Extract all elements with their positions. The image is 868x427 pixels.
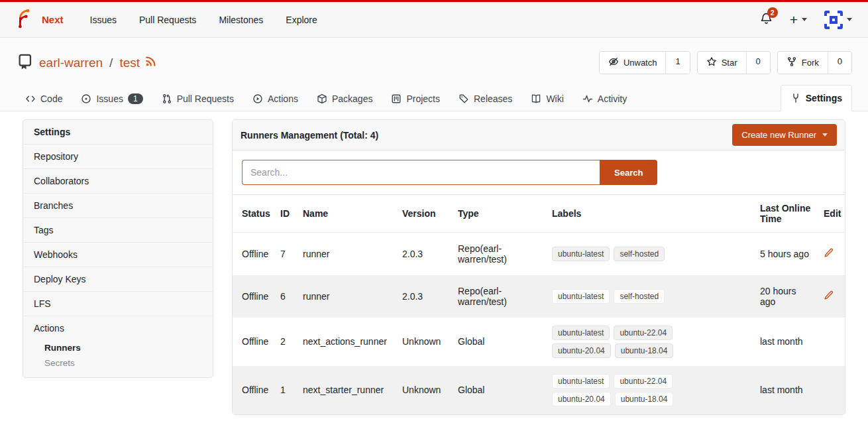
repo-owner-link[interactable]: earl-warren xyxy=(39,56,103,70)
label-chip: ubuntu-20.04 xyxy=(552,392,611,406)
sidebar-item-runners[interactable]: Runners xyxy=(23,340,213,355)
label-chip: ubuntu-22.04 xyxy=(614,374,673,389)
col-version: Version xyxy=(397,195,453,233)
label-chip: ubuntu-latest xyxy=(552,326,610,340)
runner-last-online: last month xyxy=(755,366,818,414)
tab-code[interactable]: Code xyxy=(16,86,72,111)
table-row: Offline 7 runner 2.0.3 Repo(earl-warren/… xyxy=(233,233,845,275)
sidebar-item-lfs[interactable]: LFS xyxy=(23,291,213,316)
sidebar-item-branches[interactable]: Branches xyxy=(23,193,213,217)
notification-count-badge: 2 xyxy=(767,7,778,18)
avatar xyxy=(824,11,843,29)
col-id: ID xyxy=(275,195,298,233)
fork-label: Fork xyxy=(802,58,819,68)
col-status: Status xyxy=(233,195,275,233)
tab-issues[interactable]: Issues 1 xyxy=(72,86,152,111)
runner-id: 2 xyxy=(275,318,298,366)
label-chip: ubuntu-latest xyxy=(552,374,610,389)
star-button[interactable]: Star xyxy=(698,52,746,74)
home-link[interactable]: Next xyxy=(16,9,68,31)
sidebar-item-secrets[interactable]: Secrets xyxy=(23,355,213,371)
notifications-button[interactable]: 2 xyxy=(760,12,773,27)
watchers-count[interactable]: 1 xyxy=(665,52,689,74)
runner-version: Unknown xyxy=(397,318,453,366)
user-menu-dropdown[interactable] xyxy=(824,11,852,29)
runner-type: Repo(earl-warren/test) xyxy=(453,275,547,318)
label-chip: ubuntu-20.04 xyxy=(552,343,611,358)
tab-label: Wiki xyxy=(546,93,563,104)
create-new-dropdown[interactable]: + xyxy=(790,13,807,27)
label-chip: ubuntu-latest xyxy=(552,247,610,261)
runner-id: 1 xyxy=(275,366,298,414)
tab-settings[interactable]: Settings xyxy=(781,85,852,111)
nav-item-milestones[interactable]: Milestones xyxy=(219,15,263,25)
sidebar-item-deploy-keys[interactable]: Deploy Keys xyxy=(23,267,213,291)
issue-circle-icon xyxy=(81,93,91,104)
star-label: Star xyxy=(722,58,737,68)
repo-title: earl-warren / test xyxy=(16,52,157,74)
tab-releases[interactable]: Releases xyxy=(449,86,521,111)
search-input[interactable] xyxy=(242,160,600,185)
tools-icon xyxy=(790,93,801,103)
tab-packages[interactable]: Packages xyxy=(307,86,382,111)
runner-status: Offline xyxy=(233,318,275,366)
col-labels: Labels xyxy=(547,195,755,233)
runner-name: next_actions_runner xyxy=(298,318,397,366)
label-chip: self-hosted xyxy=(614,289,665,304)
search-button[interactable]: Search xyxy=(600,160,657,185)
nav-item-explore[interactable]: Explore xyxy=(286,15,317,25)
sidebar-header-settings: Settings xyxy=(23,120,213,144)
sidebar-item-actions[interactable]: Actions xyxy=(23,316,213,340)
brand-name: Next xyxy=(42,14,64,25)
table-row: Offline 2 next_actions_runner Unknown Gl… xyxy=(233,318,845,366)
issues-count-badge: 1 xyxy=(128,93,143,104)
stars-count[interactable]: 0 xyxy=(746,52,770,74)
runner-labels: ubuntu-latest self-hosted xyxy=(552,247,684,261)
col-name: Name xyxy=(298,195,397,233)
runner-labels: ubuntu-latest ubuntu-22.04 ubuntu-20.04 … xyxy=(552,326,684,358)
repo-actions: Unwatch 1 Star 0 xyxy=(599,51,852,74)
sidebar-item-webhooks[interactable]: Webhooks xyxy=(23,242,213,267)
star-icon xyxy=(706,56,717,69)
tab-label: Code xyxy=(40,93,62,104)
settings-sidebar: Settings Repository Collaborators Branch… xyxy=(23,119,213,378)
table-row: Offline 6 runner 2.0.3 Repo(earl-warren/… xyxy=(233,275,845,318)
runner-version: 2.0.3 xyxy=(397,233,453,275)
edit-runner-button[interactable] xyxy=(824,248,834,258)
tab-projects[interactable]: Projects xyxy=(382,86,449,111)
tab-actions[interactable]: Actions xyxy=(243,86,307,111)
label-chip: ubuntu-18.04 xyxy=(615,343,674,358)
repo-name-link[interactable]: test xyxy=(119,56,140,70)
panel-title: Runners Management (Total: 4) xyxy=(241,130,378,141)
runner-labels: ubuntu-latest ubuntu-22.04 ubuntu-20.04 … xyxy=(552,374,684,406)
runner-id: 6 xyxy=(275,275,298,318)
sidebar-item-tags[interactable]: Tags xyxy=(23,217,213,242)
runner-last-online: 5 hours ago xyxy=(755,233,818,275)
create-new-runner-button[interactable]: Create new Runner xyxy=(732,124,837,146)
runner-last-online: 20 hours ago xyxy=(755,275,818,318)
chevron-down-icon xyxy=(847,18,852,21)
edit-runner-button[interactable] xyxy=(824,290,834,300)
forks-count[interactable]: 0 xyxy=(828,52,851,74)
table-header-row: Status ID Name Version Type Labels Last … xyxy=(233,195,845,233)
nav-item-pull-requests[interactable]: Pull Requests xyxy=(139,15,196,25)
pencil-icon xyxy=(824,290,834,300)
sidebar-item-collaborators[interactable]: Collaborators xyxy=(23,168,213,193)
unwatch-button[interactable]: Unwatch xyxy=(600,52,666,74)
play-circle-icon xyxy=(252,93,263,104)
col-edit: Edit xyxy=(818,195,845,233)
code-icon xyxy=(25,93,36,104)
navbar: Next Issues Pull Requests Milestones Exp… xyxy=(0,2,868,38)
tab-wiki[interactable]: Wiki xyxy=(521,86,572,111)
tab-label: Issues xyxy=(96,93,123,104)
label-chip: ubuntu-latest xyxy=(552,289,610,304)
tab-pull-requests[interactable]: Pull Requests xyxy=(152,86,243,111)
sidebar-item-repository[interactable]: Repository xyxy=(23,144,213,168)
label-chip: self-hosted xyxy=(614,247,665,261)
plus-icon: + xyxy=(790,13,798,27)
rss-icon[interactable] xyxy=(145,55,157,70)
eye-slash-icon xyxy=(608,56,619,69)
tab-activity[interactable]: Activity xyxy=(573,86,636,111)
nav-item-issues[interactable]: Issues xyxy=(90,15,117,25)
fork-button[interactable]: Fork xyxy=(778,52,828,74)
